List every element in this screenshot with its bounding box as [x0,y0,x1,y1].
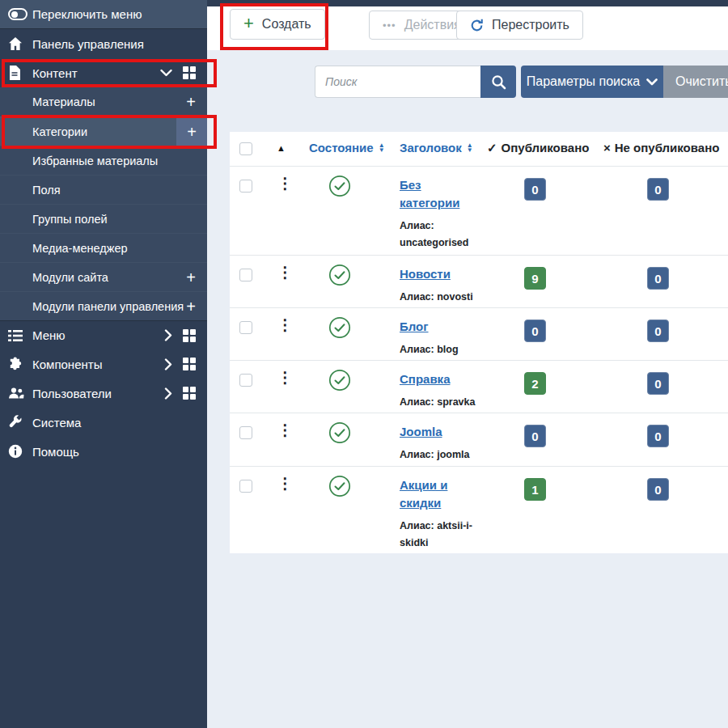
search-input[interactable] [315,66,480,98]
search-options-button[interactable]: Параметры поиска [521,66,663,98]
sidebar: Переключить меню Панель управления Конте… [0,0,207,728]
category-title-link[interactable]: Акции и скидки [400,478,447,510]
sidebar-item-categories[interactable]: Категории + [0,116,207,146]
chevron-right-icon [164,358,172,370]
puzzle-icon [8,357,32,371]
published-count-badge[interactable]: 0 [524,320,546,342]
category-alias: Алиас: blog [400,341,480,358]
published-count-badge[interactable]: 0 [524,425,546,447]
column-header-unpublished: ×Не опубликовано [603,141,719,154]
toggle-menu-button[interactable]: Переключить меню [0,0,207,29]
category-alias: Алиас: spravka [400,394,480,411]
column-header-title[interactable]: Заголовок ▲▼ [400,141,473,154]
drag-handle-icon[interactable]: ⋮ [277,422,293,438]
content-submenu: Материалы + Категории + Избранные матери… [0,87,207,320]
unpublished-count-badge[interactable]: 0 [647,478,669,501]
drag-handle-icon[interactable]: ⋮ [277,176,293,191]
sidebar-item-users[interactable]: Пользователи [0,379,207,408]
sidebar-item-content[interactable]: Контент [0,58,207,87]
list-icon [8,329,32,342]
published-count-badge[interactable]: 0 [524,178,546,201]
unpublished-count-badge[interactable]: 0 [647,178,669,201]
dashboard-grid-icon[interactable] [183,387,196,400]
category-title-link[interactable]: Joomla [400,425,442,438]
sidebar-item-articles[interactable]: Материалы + [0,87,207,116]
sidebar-item-site-modules[interactable]: Модули сайта + [0,262,207,291]
category-alias: Алиас: uncategorised [400,218,480,252]
row-checkbox[interactable] [239,321,252,334]
sidebar-item-admin-modules[interactable]: Модули панели управления + [0,291,207,320]
drag-handle-icon[interactable]: ⋮ [277,317,293,332]
chevron-down-icon [160,69,172,77]
search-button[interactable] [480,66,516,98]
published-status-icon[interactable] [328,175,351,197]
row-checkbox[interactable] [239,426,252,439]
table-row: ⋮ Блог Алиас: blog 0 0 [230,307,728,360]
users-icon [8,387,32,400]
plus-icon: + [187,124,197,140]
unpublished-count-badge[interactable]: 0 [647,372,669,395]
row-checkbox[interactable] [239,374,252,387]
dashboard-grid-icon[interactable] [183,358,196,370]
unpublished-count-badge[interactable]: 0 [647,320,669,342]
wrench-icon [8,415,32,430]
table-row: ⋮ Без категории Алиас: uncategorised 0 0 [230,166,728,255]
drag-handle-icon[interactable]: ⋮ [277,476,293,491]
published-status-icon[interactable] [328,369,351,392]
category-alias: Алиас: aktsii-i-skidki [400,518,480,552]
sidebar-item-featured[interactable]: Избранные материалы [0,146,207,175]
unpublished-count-badge[interactable]: 0 [647,425,669,447]
add-category-button[interactable]: + [176,117,207,146]
row-checkbox[interactable] [239,180,252,193]
sort-icons: ▲▼ [379,143,385,153]
categories-table: ▲ Состояние ▲▼ Заголовок ▲▼ ✓Опубликован… [230,132,728,553]
search-icon [491,74,506,90]
sidebar-item-system[interactable]: Система [0,408,207,437]
sidebar-item-media[interactable]: Медиа-менеджер [0,233,207,262]
plus-icon[interactable]: + [186,298,196,315]
dashboard-grid-icon[interactable] [183,329,196,342]
toggle-icon [8,8,32,20]
select-all-checkbox[interactable] [239,142,252,155]
drag-handle-icon[interactable]: ⋮ [277,265,293,280]
published-status-icon[interactable] [328,421,351,444]
published-status-icon[interactable] [328,475,351,497]
published-status-icon[interactable] [328,264,351,286]
table-row: ⋮ Joomla Алиас: joomla 0 0 [230,413,728,466]
chevron-down-icon [646,78,658,86]
category-title-link[interactable]: Без категории [400,178,459,210]
published-count-badge[interactable]: 9 [524,267,546,290]
table-row: ⋮ Справка Алиас: spravka 2 0 [230,360,728,413]
chevron-right-icon [164,387,172,400]
sidebar-item-help[interactable]: Помощь [0,437,207,466]
category-title-link[interactable]: Блог [400,320,429,333]
create-button[interactable]: + Создать [230,9,325,40]
plus-icon[interactable]: + [186,269,196,286]
sidebar-item-fields[interactable]: Поля [0,175,207,204]
plus-icon[interactable]: + [186,94,196,110]
published-status-icon[interactable] [328,316,351,339]
rebuild-button[interactable]: Перестроить [456,11,583,40]
drag-handle-icon[interactable]: ⋮ [277,370,293,385]
category-title-link[interactable]: Справка [400,372,450,386]
dashboard-grid-icon[interactable] [183,66,196,79]
sidebar-item-components[interactable]: Компоненты [0,349,207,379]
sidebar-item-field-groups[interactable]: Группы полей [0,204,207,233]
x-icon: × [603,141,611,154]
column-header-state[interactable]: Состояние ▲▼ [309,141,385,154]
sidebar-item-dashboard[interactable]: Панель управления [0,29,207,58]
row-checkbox[interactable] [239,480,252,493]
table-header: ▲ Состояние ▲▼ Заголовок ▲▼ ✓Опубликован… [230,132,728,166]
table-row: ⋮ Акции и скидки Алиас: aktsii-i-skidki … [230,466,728,553]
info-icon [8,444,32,459]
home-icon [8,36,32,51]
row-checkbox[interactable] [239,269,252,281]
published-count-badge[interactable]: 1 [524,478,546,501]
sidebar-item-menus[interactable]: Меню [0,320,207,349]
unpublished-count-badge[interactable]: 0 [647,267,669,290]
published-count-badge[interactable]: 2 [524,372,546,395]
category-title-link[interactable]: Новости [400,267,451,281]
table-row: ⋮ Новости Алиас: novosti 9 0 [230,255,728,307]
clear-button[interactable]: Очистить [663,66,728,98]
ordering-sort-icon[interactable]: ▲ [277,143,286,153]
